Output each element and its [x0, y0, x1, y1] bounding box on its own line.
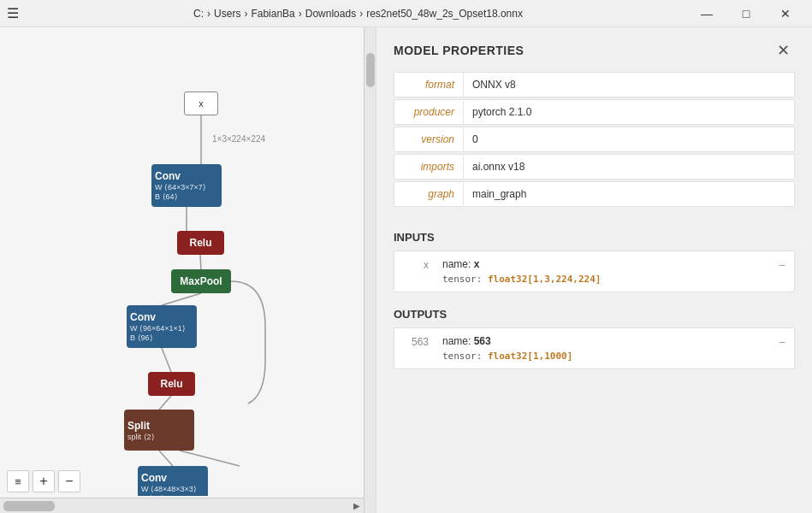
output-tensor-563: tensor: float32[1,1000]	[442, 351, 765, 362]
window-controls: — □ ✕	[687, 0, 805, 27]
node-relu1[interactable]: Relu	[177, 231, 224, 255]
input-shape-label: 1×3×224×224	[212, 134, 265, 144]
breadcrumb-sep: ›	[207, 8, 210, 20]
add-node-button[interactable]: +	[33, 470, 55, 492]
svg-line-2	[200, 255, 201, 269]
input-index-x: x	[403, 258, 429, 271]
close-button[interactable]: ✕	[766, 0, 805, 27]
props-close-button[interactable]: ✕	[772, 39, 795, 62]
output-item-563: 563 name: 563 tensor: float32[1,1000] −	[394, 327, 795, 369]
prop-row-imports: imports ai.onnx v18	[394, 154, 795, 180]
output-index-563: 563	[403, 335, 429, 348]
titlebar: ☰ C: › Users › FabianBa › Downloads › re…	[0, 0, 812, 27]
props-title: MODEL PROPERTIES	[394, 44, 524, 57]
breadcrumb-file: res2net50_48w_2s_Opset18.onnx	[366, 8, 523, 20]
input-name-val-x: x	[474, 258, 480, 270]
prop-val-producer: pytorch 2.1.0	[463, 100, 794, 124]
conv3-label: Conv	[141, 472, 167, 484]
breadcrumb-sep: ›	[244, 8, 247, 20]
conv1-label: Conv	[155, 170, 181, 182]
conv3-sub2: B ⟨48⟩	[141, 494, 164, 496]
node-relu2[interactable]: Relu	[148, 372, 195, 396]
svg-line-7	[180, 451, 240, 466]
outputs-section-header: OUTPUTS	[376, 299, 812, 327]
graph-panel[interactable]: x 1×3×224×224 Conv W ⟨64×3×7×7⟩ B ⟨64⟩ R…	[0, 27, 376, 513]
breadcrumb-sep: ›	[359, 8, 363, 20]
prop-row-format: format ONNX v8	[394, 72, 795, 97]
props-header: MODEL PROPERTIES ✕	[376, 27, 812, 72]
inputs-section-header: INPUTS	[376, 222, 812, 251]
breadcrumb-sep: ›	[299, 8, 302, 20]
conv1-sub1: W ⟨64×3×7×7⟩	[155, 183, 206, 192]
graph-hscroll-thumb[interactable]	[3, 501, 55, 511]
split-label: Split	[127, 420, 150, 432]
conv1-sub2: B ⟨64⟩	[155, 192, 178, 201]
prop-key-graph: graph	[394, 182, 463, 206]
input-tensor-x: tensor: float32[1,3,224,224]	[442, 274, 765, 285]
output-name-val-563: 563	[474, 335, 491, 347]
hscroll-right-arrow[interactable]: ▶	[353, 501, 360, 510]
breadcrumb-c: C:	[193, 8, 204, 20]
maximize-button[interactable]: □	[726, 0, 766, 27]
prop-key-imports: imports	[394, 155, 463, 179]
list-view-button[interactable]: ≡	[7, 470, 29, 492]
output-name-563: name: 563	[442, 335, 765, 347]
prop-val-imports: ai.onnx v18	[463, 155, 794, 179]
breadcrumb-downloads: Downloads	[305, 8, 356, 20]
relu1-label: Relu	[189, 237, 211, 249]
svg-line-5	[159, 396, 171, 410]
node-maxpool[interactable]: MaxPool	[171, 269, 231, 293]
breadcrumb-users: Users	[214, 8, 240, 20]
node-input[interactable]: x	[184, 91, 218, 115]
prop-val-graph: main_graph	[463, 182, 794, 206]
main-layout: x 1×3×224×224 Conv W ⟨64×3×7×7⟩ B ⟨64⟩ R…	[0, 27, 812, 513]
prop-key-format: format	[394, 73, 463, 97]
prop-val-version: 0	[463, 127, 794, 151]
svg-line-6	[159, 451, 173, 466]
props-rows: format ONNX v8 producer pytorch 2.1.0 ve…	[376, 72, 812, 222]
node-conv3[interactable]: Conv W ⟨48×48×3×3⟩ B ⟨48⟩	[138, 466, 208, 496]
conv3-sub1: W ⟨48×48×3×3⟩	[141, 485, 197, 493]
output-dash-563: −	[779, 335, 785, 349]
graph-scrollbar-thumb[interactable]	[366, 53, 375, 87]
output-tensor-val-563: float32[1,1000]	[488, 351, 572, 362]
graph-horizontal-scrollbar[interactable]: ▶	[0, 498, 364, 513]
prop-row-graph: graph main_graph	[394, 181, 795, 207]
svg-line-3	[162, 293, 201, 305]
prop-row-producer: producer pytorch 2.1.0	[394, 99, 795, 125]
breadcrumb: C: › Users › FabianBa › Downloads › res2…	[29, 8, 687, 20]
minimize-button[interactable]: —	[687, 0, 726, 27]
input-item-x: x name: x tensor: float32[1,3,224,224] −	[394, 251, 795, 292]
conv2-sub2: B ⟨96⟩	[130, 333, 153, 342]
output-content-563: name: 563 tensor: float32[1,1000]	[442, 335, 765, 362]
input-tensor-val-x: float32[1,3,224,224]	[488, 274, 601, 285]
input-name-x: name: x	[442, 258, 765, 270]
svg-line-4	[162, 348, 171, 372]
conv2-sub1: W ⟨96×64×1×1⟩	[130, 324, 186, 333]
node-input-label: x	[199, 98, 204, 109]
maxpool-label: MaxPool	[180, 275, 222, 287]
menu-icon[interactable]: ☰	[7, 5, 19, 21]
prop-key-version: version	[394, 127, 463, 151]
graph-toolbar: ≡ + −	[7, 470, 80, 492]
conv2-label: Conv	[130, 311, 156, 323]
graph-vertical-scrollbar[interactable]	[364, 27, 376, 513]
prop-key-producer: producer	[394, 100, 463, 124]
input-content-x: name: x tensor: float32[1,3,224,224]	[442, 258, 765, 285]
relu2-label: Relu	[160, 378, 182, 390]
zoom-out-button[interactable]: −	[58, 470, 80, 492]
prop-val-format: ONNX v8	[463, 73, 794, 97]
properties-panel: MODEL PROPERTIES ✕ format ONNX v8 produc…	[376, 27, 812, 513]
node-split[interactable]: Split split ⟨2⟩	[124, 410, 194, 451]
graph-content: x 1×3×224×224 Conv W ⟨64×3×7×7⟩ B ⟨64⟩ R…	[0, 27, 364, 496]
node-conv2[interactable]: Conv W ⟨96×64×1×1⟩ B ⟨96⟩	[127, 305, 197, 348]
breadcrumb-fabianba: FabianBa	[251, 8, 294, 20]
prop-row-version: version 0	[394, 127, 795, 152]
input-dash-x: −	[779, 258, 785, 272]
split-sub1: split ⟨2⟩	[127, 433, 155, 441]
node-conv1[interactable]: Conv W ⟨64×3×7×7⟩ B ⟨64⟩	[151, 164, 222, 207]
